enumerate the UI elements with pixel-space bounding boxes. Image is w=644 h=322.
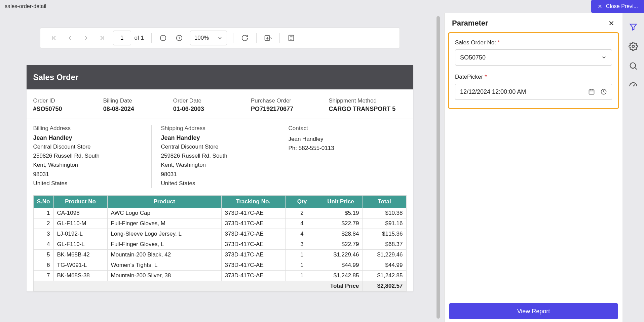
cell-unit: $28.84 — [319, 229, 363, 239]
viewer-scrollbar[interactable] — [437, 16, 440, 319]
cell-total: $10.38 — [363, 208, 406, 218]
total-row: Total Price $2,802.57 — [33, 281, 406, 291]
zoom-out-button[interactable] — [156, 31, 171, 45]
th-unit: Unit Price — [319, 195, 363, 208]
clock-icon[interactable] — [600, 88, 607, 95]
cell-product: Full-Finger Gloves, L — [107, 239, 221, 249]
parameter-panel: Parameter Sales Order No: * SO50750 Date… — [444, 13, 622, 322]
billing-address-heading: Billing Address — [33, 125, 145, 132]
chevron-down-icon — [601, 54, 607, 61]
cell-sno: 1 — [33, 208, 53, 218]
cell-unit: $22.79 — [319, 218, 363, 229]
gauge-icon[interactable] — [629, 81, 638, 90]
contact-phone: Ph: 582-555-0113 — [289, 144, 401, 153]
report-page: Sales Order Order ID #SO50750 Billing Da… — [27, 65, 413, 291]
cell-sno: 2 — [33, 218, 53, 229]
print-layout-button[interactable] — [284, 31, 299, 45]
table-row: 3LJ-0192-LLong-Sleeve Logo Jersey, L373D… — [33, 229, 406, 239]
page-number-input[interactable] — [113, 31, 131, 45]
po-label: Purchase Order — [251, 97, 329, 104]
billing-name: Jean Handley — [33, 134, 145, 142]
svg-point-7 — [630, 63, 636, 68]
close-preview-label: Close Previ... — [606, 3, 638, 9]
zoom-in-button[interactable] — [172, 31, 187, 45]
address-row: Billing Address Jean Handley Central Dis… — [27, 119, 413, 195]
next-page-button[interactable] — [79, 31, 93, 45]
shipping-line: United States — [161, 179, 273, 188]
cell-total: $115.36 — [363, 229, 406, 239]
parameter-title: Parameter — [452, 19, 488, 28]
cell-product: Mountain-200 Black, 42 — [107, 249, 221, 260]
cell-product-no: BK-M68B-42 — [53, 249, 107, 260]
cell-total: $44.99 — [363, 260, 406, 270]
app-title: sales-order-detail — [5, 3, 46, 9]
required-asterisk: * — [498, 39, 500, 46]
toolbar-separator — [151, 33, 152, 43]
cell-product-no: TG-W091-L — [53, 260, 107, 270]
datepicker-input[interactable]: 12/12/2024 12:00:00 AM — [455, 84, 612, 100]
export-button[interactable] — [261, 31, 275, 45]
billing-date-value: 08-08-2024 — [103, 106, 173, 113]
cell-total: $68.37 — [363, 239, 406, 249]
cell-tracking: 373D-417C-AE — [221, 249, 285, 260]
cell-sno: 3 — [33, 229, 53, 239]
sales-order-select[interactable]: SO50750 — [455, 49, 612, 66]
total-label: Total Price — [33, 281, 363, 291]
cell-tracking: 373D-417C-AE — [221, 260, 285, 270]
sales-order-value: SO50750 — [460, 54, 486, 61]
splitter[interactable] — [440, 13, 444, 322]
close-icon[interactable] — [608, 19, 615, 27]
app-header: sales-order-detail Close Previ... — [0, 0, 644, 13]
items-table: S.No Product No Product Tracking No. Qty… — [33, 195, 407, 291]
cell-product-no: CA-1098 — [53, 208, 107, 218]
prev-page-button[interactable] — [63, 31, 77, 45]
shipping-line: Central Discount Store — [161, 142, 273, 151]
refresh-button[interactable] — [237, 31, 252, 45]
cell-sno: 4 — [33, 239, 53, 249]
order-date-value: 01-06-2003 — [173, 106, 251, 113]
th-total: Total — [363, 195, 406, 208]
filter-icon[interactable] — [629, 22, 638, 32]
order-id-value: #SO50750 — [33, 106, 103, 113]
ship-method-value: CARGO TRANSPORT 5 — [329, 106, 406, 113]
close-preview-button[interactable]: Close Previ... — [591, 0, 644, 13]
search-icon[interactable] — [629, 61, 638, 71]
first-page-button[interactable] — [46, 31, 61, 45]
cell-product-no: GL-F110-L — [53, 239, 107, 249]
datepicker-label: DatePicker * — [455, 74, 612, 80]
cell-qty: 4 — [285, 229, 319, 239]
calendar-icon[interactable] — [588, 88, 595, 95]
th-product-no: Product No — [53, 195, 107, 208]
cell-qty: 3 — [285, 239, 319, 249]
chevron-down-icon — [217, 35, 223, 41]
zoom-select[interactable]: 100% — [190, 31, 227, 45]
table-row: 5BK-M68B-42Mountain-200 Black, 42373D-41… — [33, 249, 406, 260]
viewer-toolbar: of 1 100% — [40, 28, 400, 48]
cell-product: Mountain-200 Silver, 38 — [107, 270, 221, 281]
billing-date-label: Billing Date — [103, 97, 173, 104]
th-tracking: Tracking No. — [221, 195, 285, 208]
contact-heading: Contact — [289, 125, 401, 132]
shipping-line: Kent, Washington — [161, 160, 273, 169]
cell-total: $1,229.46 — [363, 249, 406, 260]
table-row: 4GL-F110-LFull-Finger Gloves, L373D-417C… — [33, 239, 406, 249]
th-qty: Qty — [285, 195, 319, 208]
th-sno: S.No — [33, 195, 53, 208]
cell-product: Full-Finger Gloves, M — [107, 218, 221, 229]
cell-qty: 1 — [285, 260, 319, 270]
cell-unit: $1,229.46 — [319, 249, 363, 260]
billing-line: 259826 Russell Rd. South — [33, 151, 145, 160]
cell-sno: 5 — [33, 249, 53, 260]
billing-line: Kent, Washington — [33, 160, 145, 169]
cell-unit: $22.79 — [319, 239, 363, 249]
cell-sno: 7 — [33, 270, 53, 281]
last-page-button[interactable] — [95, 31, 110, 45]
cell-tracking: 373D-417C-AE — [221, 229, 285, 239]
cell-qty: 1 — [285, 270, 319, 281]
view-report-button[interactable]: View Report — [449, 303, 618, 319]
gear-icon[interactable] — [629, 42, 638, 51]
close-icon — [597, 4, 603, 9]
total-value: $2,802.57 — [363, 281, 406, 291]
billing-line: Central Discount Store — [33, 142, 145, 151]
report-title: Sales Order — [27, 65, 413, 89]
